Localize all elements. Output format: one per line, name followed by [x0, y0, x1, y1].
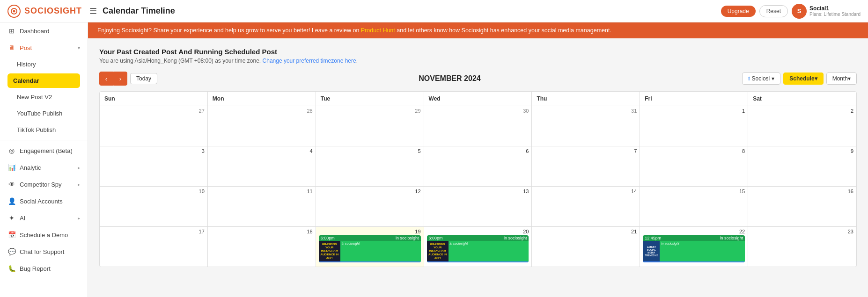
today-button[interactable]: Today [130, 73, 157, 84]
cal-cell-11-nov[interactable]: 11 [208, 187, 316, 226]
chevron-right-icon: ▸ [78, 182, 80, 187]
event-in-sociosight-19: in sociosight [342, 242, 419, 245]
calendar-grid: Sun Mon Tue Wed Thu Fri Sat 27 28 29 30 [99, 91, 857, 267]
cal-cell-18-nov[interactable]: 18 [208, 227, 316, 267]
cal-cell-27-oct[interactable]: 27 [100, 106, 208, 146]
cal-cell-28-oct[interactable]: 28 [208, 106, 316, 146]
cal-cell-4-nov[interactable]: 4 [208, 146, 316, 186]
sidebar-item-social-accounts[interactable]: 👤 Social Accounts [0, 193, 88, 210]
event-brand-label: in sociosight [504, 236, 527, 240]
cal-cell-20-nov[interactable]: 20 6:00pm in sociosight GRASPING YOUR IN… [424, 227, 532, 267]
event-thumb-text-20: GRASPING YOUR INSTAGRAM AUDIENCE IN 2024 [427, 242, 449, 261]
sidebar-calendar-wrapper: Calendar [0, 72, 88, 89]
cal-cell-14-nov[interactable]: 14 [532, 187, 640, 226]
event-time-label: 6:00pm [321, 236, 335, 240]
cal-cell-30-oct[interactable]: 30 [424, 106, 532, 146]
day-header-tue: Tue [316, 92, 424, 106]
month-view-button[interactable]: Month▾ [826, 72, 857, 85]
schedule-label: Schedule▾ [789, 75, 817, 82]
cal-cell-17-nov[interactable]: 17 [100, 227, 208, 267]
day-header-wed: Wed [424, 92, 532, 106]
sidebar-item-ai[interactable]: ✦ AI ▸ [0, 210, 88, 226]
cal-cell-12-nov[interactable]: 12 [316, 187, 424, 226]
calendar-body: 27 28 29 30 31 1 2 3 4 5 6 7 [100, 106, 856, 267]
cal-cell-6-nov[interactable]: 6 [424, 146, 532, 186]
schedule-button[interactable]: Schedule▾ [783, 72, 823, 85]
calendar-week-2: 3 4 5 6 7 8 9 [100, 146, 856, 187]
here-link[interactable]: here [345, 58, 356, 64]
sidebar-item-label: AI [20, 215, 25, 222]
ai-icon: ✦ [7, 214, 16, 222]
banner-text: Enjoying Sociosight? Share your experien… [97, 27, 361, 34]
cal-cell-15-nov[interactable]: 15 [640, 187, 748, 226]
calendar-nav: ‹ › [99, 72, 127, 86]
user-name: Social1 [809, 5, 861, 12]
month-label: Month▾ [832, 75, 851, 82]
cal-cell-10-nov[interactable]: 10 [100, 187, 208, 226]
event-separator-20 [427, 261, 529, 262]
main-layout: ⊞ Dashboard 🖥 Post ▾ History Calendar Ne… [0, 22, 868, 297]
sidebar-item-bug-report[interactable]: 🐛 Bug Report [0, 260, 88, 277]
prev-month-button[interactable]: ‹ [99, 72, 113, 86]
chevron-right-icon: ▸ [78, 216, 80, 221]
calendar-right-controls: f Sociosi ▾ Schedule▾ Month▾ [742, 72, 857, 85]
timezone-text: You are using Asia/Hong_Kong (GMT +08:00… [99, 58, 263, 64]
sidebar-item-post[interactable]: 🖥 Post ▾ [0, 39, 88, 56]
cal-cell-31-oct[interactable]: 31 [532, 106, 640, 146]
schedule-demo-icon: 📅 [7, 231, 16, 239]
day-header-sat: Sat [748, 92, 856, 106]
analytic-icon: 📊 [7, 164, 16, 171]
cal-cell-9-nov[interactable]: 9 [748, 146, 856, 186]
sidebar-item-label: New Post V2 [17, 94, 52, 101]
cal-cell-2-nov[interactable]: 2 [748, 106, 856, 146]
sidebar-item-history[interactable]: History [0, 56, 88, 72]
reset-button[interactable]: Reset [759, 5, 788, 17]
event-time-label: 12:45pm [645, 236, 661, 240]
event-card-20[interactable]: 6:00pm in sociosight GRASPING YOUR INSTA… [427, 235, 529, 262]
cal-cell-29-oct[interactable]: 29 [316, 106, 424, 146]
engagement-icon: ◎ [7, 147, 16, 154]
banner-text-after: and let others know how Sociosight has e… [395, 27, 611, 34]
cal-cell-3-nov[interactable]: 3 [100, 146, 208, 186]
hamburger-icon[interactable]: ☰ [89, 6, 97, 16]
sidebar-item-new-post-v2[interactable]: New Post V2 [0, 89, 88, 105]
calendar-month-label: NOVEMBER 2024 [157, 74, 742, 83]
sidebar-item-chat-support[interactable]: 💬 Chat for Support [0, 243, 88, 260]
cal-cell-23-nov[interactable]: 23 [748, 227, 856, 267]
event-thumbnail-20: GRASPING YOUR INSTAGRAM AUDIENCE IN 2024 [427, 241, 449, 261]
sidebar-item-youtube-publish[interactable]: YouTube Publish [0, 105, 88, 122]
sidebar: ⊞ Dashboard 🖥 Post ▾ History Calendar Ne… [0, 22, 88, 297]
top-header: SOCIOSIGHT ☰ Calendar Timeline Upgrade R… [0, 0, 868, 22]
cal-cell-19-nov[interactable]: 19 6:00pm in sociosight GRASPING YOUR IN… [316, 227, 424, 267]
cal-cell-5-nov[interactable]: 5 [316, 146, 424, 186]
change-timezone-link[interactable]: Change your preferred timezone [263, 58, 344, 64]
cal-cell-21-nov[interactable]: 21 [532, 227, 640, 267]
page-content: Your Past Created Post And Running Sched… [88, 38, 868, 297]
cal-cell-16-nov[interactable]: 16 [748, 187, 856, 226]
sidebar-item-competitor-spy[interactable]: 👁 Competitor Spy ▸ [0, 176, 88, 193]
sidebar-item-engagement[interactable]: ◎ Engagement (Beta) [0, 142, 88, 159]
cal-cell-22-nov[interactable]: 22 12:45pm in sociosight LATEST SOCIAL M… [640, 227, 748, 267]
sidebar-item-label: Chat for Support [20, 248, 64, 255]
event-thumbnail-22: LATEST SOCIAL MEDIA TRENDS #2 [643, 241, 660, 261]
event-content-19: GRASPING YOUR INSTAGRAM AUDIENCE IN 2024… [319, 241, 421, 261]
sociosight-filter-button[interactable]: f Sociosi ▾ [742, 72, 780, 85]
chevron-down-icon: ▾ [772, 75, 774, 82]
sidebar-item-tiktok-publish[interactable]: TikTok Publish [0, 122, 88, 138]
sidebar-item-schedule-demo[interactable]: 📅 Schedule a Demo [0, 226, 88, 243]
event-card-19[interactable]: 6:00pm in sociosight GRASPING YOUR INSTA… [319, 235, 421, 262]
cal-cell-7-nov[interactable]: 7 [532, 146, 640, 186]
sidebar-item-analytic[interactable]: 📊 Analytic ▸ [0, 159, 88, 176]
event-card-22[interactable]: 12:45pm in sociosight LATEST SOCIAL MEDI… [643, 235, 745, 262]
cal-cell-13-nov[interactable]: 13 [424, 187, 532, 226]
cal-cell-8-nov[interactable]: 8 [640, 146, 748, 186]
sidebar-item-dashboard[interactable]: ⊞ Dashboard [0, 22, 88, 39]
event-brand-label: in sociosight [396, 236, 419, 240]
cal-cell-1-nov[interactable]: 1 [640, 106, 748, 146]
sidebar-item-calendar[interactable]: Calendar [7, 73, 80, 88]
upgrade-button[interactable]: Upgrade [721, 6, 756, 17]
next-month-button[interactable]: › [113, 72, 127, 86]
event-separator-22 [643, 261, 745, 262]
product-hunt-link[interactable]: Product Hunt [361, 27, 395, 34]
event-thumb-text-19: GRASPING YOUR INSTAGRAM AUDIENCE IN 2024 [319, 242, 340, 261]
